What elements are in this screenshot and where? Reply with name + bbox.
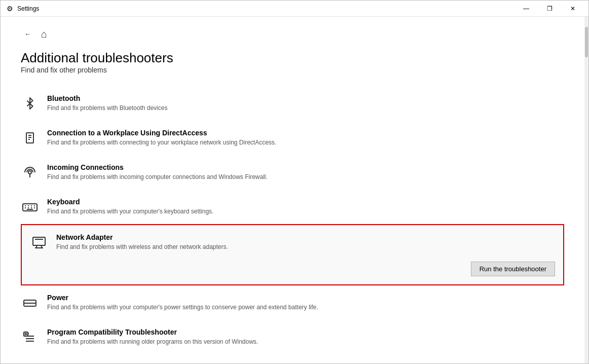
- home-icon: ⌂: [41, 28, 47, 40]
- compat-item[interactable]: Program Compatibility Troubleshooter Fin…: [21, 320, 564, 354]
- maximize-button[interactable]: ❐: [538, 1, 561, 17]
- compat-text: Program Compatibility Troubleshooter Fin…: [47, 328, 564, 346]
- svg-point-4: [28, 171, 31, 174]
- incoming-title: Incoming Connections: [47, 163, 564, 171]
- bluetooth-text: Bluetooth Find and fix problems with Blu…: [47, 94, 564, 113]
- power-text: Power Find and fix problems with your co…: [47, 294, 564, 312]
- incoming-desc: Find and fix problems with incoming comp…: [47, 173, 564, 181]
- settings-icon: ⚙: [7, 5, 13, 13]
- network-item[interactable]: Network Adapter Find and fix problems wi…: [21, 224, 564, 285]
- main-content: ← ⌂ Additional troubleshooters Find and …: [1, 17, 584, 363]
- back-button[interactable]: ←: [21, 27, 35, 41]
- keyboard-icon: [21, 198, 39, 216]
- network-title: Network Adapter: [56, 233, 555, 241]
- minimize-button[interactable]: —: [514, 1, 538, 17]
- troubleshooter-list: Bluetooth Find and fix problems with Blu…: [21, 86, 564, 354]
- directaccess-desc: Find and fix problems with connecting to…: [47, 138, 564, 147]
- settings-window: ⚙ Settings — ❐ ✕ ← ⌂ Additional troubles…: [0, 0, 589, 364]
- power-title: Power: [47, 294, 564, 302]
- keyboard-title: Keyboard: [47, 198, 564, 206]
- svg-rect-16: [33, 237, 45, 245]
- page-title: Additional troubleshooters: [21, 50, 564, 66]
- page-subtitle: Find and fix other problems: [21, 66, 564, 74]
- expanded-actions: Run the troubleshooter: [30, 262, 555, 276]
- incoming-text: Incoming Connections Find and fix proble…: [47, 163, 564, 181]
- directaccess-title: Connection to a Workplace Using DirectAc…: [47, 129, 564, 137]
- directaccess-item[interactable]: Connection to a Workplace Using DirectAc…: [21, 121, 564, 155]
- directaccess-icon: [21, 129, 39, 147]
- network-icon: [30, 233, 48, 251]
- directaccess-text: Connection to a Workplace Using DirectAc…: [47, 129, 564, 147]
- bluetooth-icon: [21, 94, 39, 113]
- power-desc: Find and fix problems with your computer…: [47, 303, 564, 312]
- close-button[interactable]: ✕: [561, 1, 584, 17]
- scrollbar-thumb[interactable]: [585, 27, 588, 57]
- keyboard-text: Keyboard Find and fix problems with your…: [47, 198, 564, 216]
- power-icon: [21, 294, 39, 312]
- title-bar-title: Settings: [17, 5, 39, 12]
- keyboard-item[interactable]: Keyboard Find and fix problems with your…: [21, 190, 564, 224]
- header-nav: ← ⌂: [21, 27, 564, 41]
- compat-icon: [21, 328, 39, 346]
- compat-title: Program Compatibility Troubleshooter: [47, 328, 564, 336]
- bluetooth-item[interactable]: Bluetooth Find and fix problems with Blu…: [21, 86, 564, 121]
- bluetooth-desc: Find and fix problems with Bluetooth dev…: [47, 104, 564, 113]
- scrollbar-track[interactable]: [584, 17, 588, 363]
- title-bar-left: ⚙ Settings: [7, 5, 39, 13]
- run-troubleshooter-button[interactable]: Run the troubleshooter: [471, 262, 555, 276]
- keyboard-desc: Find and fix problems with your computer…: [47, 207, 564, 216]
- network-text: Network Adapter Find and fix problems wi…: [56, 233, 555, 251]
- power-item[interactable]: Power Find and fix problems with your co…: [21, 285, 564, 320]
- title-bar: ⚙ Settings — ❐ ✕: [1, 1, 588, 17]
- compat-desc: Find and fix problems with running older…: [47, 338, 564, 346]
- incoming-item[interactable]: Incoming Connections Find and fix proble…: [21, 155, 564, 190]
- bluetooth-title: Bluetooth: [47, 94, 564, 102]
- network-desc: Find and fix problems with wireless and …: [56, 243, 555, 251]
- title-bar-controls: — ❐ ✕: [514, 1, 584, 17]
- incoming-icon: [21, 163, 39, 181]
- content-area: ← ⌂ Additional troubleshooters Find and …: [1, 17, 588, 363]
